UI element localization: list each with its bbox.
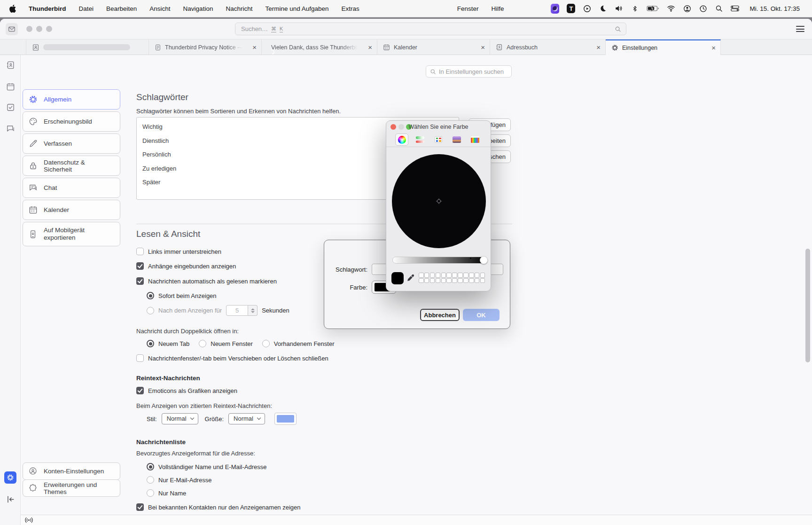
radio-row-existing-window[interactable]: Vorhandenem Fenster bbox=[262, 340, 335, 347]
menu-nachricht[interactable]: Nachricht bbox=[226, 5, 252, 12]
global-search-field[interactable]: Suchen… ⌘ K bbox=[235, 23, 626, 35]
close-icon[interactable]: × bbox=[364, 43, 372, 51]
broadcast-status-icon[interactable] bbox=[24, 516, 33, 525]
checkbox-row-close-window[interactable]: Nachrichtenfenster/-tab beim Verschieben… bbox=[136, 354, 328, 362]
menu-datei[interactable]: Datei bbox=[79, 5, 94, 12]
checkbox-row-attachments[interactable]: Anhänge eingebunden anzeigen bbox=[136, 262, 236, 270]
wifi-icon[interactable] bbox=[667, 4, 675, 13]
menu-bearbeiten[interactable]: Bearbeiten bbox=[106, 5, 137, 12]
current-color-well[interactable] bbox=[391, 272, 404, 284]
traffic-light-close[interactable] bbox=[26, 26, 32, 32]
traffic-light-zoom[interactable] bbox=[46, 26, 52, 32]
picker-swatch[interactable] bbox=[480, 278, 485, 283]
picker-swatch[interactable] bbox=[436, 278, 441, 283]
control-center-icon[interactable] bbox=[731, 4, 739, 13]
quote-color-swatch[interactable] bbox=[274, 413, 297, 425]
menu-extras[interactable]: Extras bbox=[342, 5, 359, 12]
chat-space-icon[interactable] bbox=[6, 124, 15, 133]
sliders-icon[interactable] bbox=[414, 133, 427, 146]
radio-row-name-only[interactable]: Nur Name bbox=[147, 489, 186, 497]
tab-vielen-dank[interactable]: Vielen Dank, dass Sie Thunderbird a × bbox=[262, 39, 377, 55]
apple-menu-icon[interactable] bbox=[9, 5, 16, 13]
bluetooth-icon[interactable] bbox=[631, 4, 639, 13]
picker-swatch[interactable] bbox=[441, 278, 446, 283]
checkbox-row-links[interactable]: Links immer unterstreichen bbox=[136, 248, 221, 255]
sidebar-item-kalender[interactable]: Kalender bbox=[23, 200, 120, 220]
tab-einstellungen[interactable]: Einstellungen × bbox=[606, 39, 721, 55]
tasks-space-icon[interactable] bbox=[6, 103, 15, 112]
picker-swatch[interactable] bbox=[424, 273, 429, 278]
picker-swatch[interactable] bbox=[458, 273, 463, 278]
radio-icon[interactable] bbox=[147, 307, 154, 314]
picker-swatch[interactable] bbox=[469, 278, 474, 283]
picker-swatch[interactable] bbox=[452, 273, 457, 278]
radio-row-fullname[interactable]: Vollständiger Name und E-Mail-Adresse bbox=[147, 463, 267, 470]
radio-row-after[interactable]: Nach dem Anzeigen für 5 Sekunden bbox=[147, 305, 289, 316]
checkbox-icon[interactable] bbox=[136, 248, 144, 255]
sidebar-item-erscheinungsbild[interactable]: Erscheinungsbild bbox=[23, 111, 120, 132]
picker-swatch[interactable] bbox=[430, 273, 435, 278]
color-wheel[interactable] bbox=[392, 154, 486, 248]
menu-fenster[interactable]: Fenster bbox=[457, 5, 479, 12]
picker-swatch[interactable] bbox=[446, 278, 452, 283]
picker-swatch[interactable] bbox=[419, 278, 424, 283]
address-book-space-icon[interactable] bbox=[6, 61, 15, 70]
picker-swatch[interactable] bbox=[458, 278, 463, 283]
close-icon[interactable]: × bbox=[249, 43, 257, 51]
app-menu-button[interactable] bbox=[796, 26, 804, 32]
ok-button[interactable]: OK bbox=[463, 309, 500, 321]
calendar-space-icon[interactable] bbox=[6, 82, 15, 91]
close-icon[interactable]: × bbox=[477, 43, 485, 51]
sidebar-item-datenschutz[interactable]: Datenschutz & Sicherheit bbox=[23, 156, 120, 176]
battery-charging-icon[interactable] bbox=[647, 4, 659, 13]
image-icon[interactable] bbox=[450, 133, 463, 146]
picker-swatch[interactable] bbox=[419, 273, 424, 278]
traffic-light-minimize[interactable] bbox=[36, 26, 42, 32]
sidebar-item-chat[interactable]: Chat bbox=[23, 178, 120, 198]
checkbox-row-mark-read[interactable]: Nachrichten automatisch als gelesen mark… bbox=[136, 277, 277, 285]
sidebar-item-mobilexport[interactable]: Auf Mobilgerät exportieren bbox=[23, 222, 120, 246]
tab-privacy-notice[interactable]: Thunderbird Privacy Notice — Mozil × bbox=[149, 39, 262, 55]
close-icon[interactable]: × bbox=[593, 43, 601, 51]
checkbox-icon[interactable] bbox=[136, 262, 144, 270]
tab-adressbuch[interactable]: Adressbuch × bbox=[490, 39, 606, 55]
picker-swatch[interactable] bbox=[430, 278, 435, 283]
collapse-spaces-icon[interactable] bbox=[6, 495, 15, 504]
picker-swatch[interactable] bbox=[463, 278, 468, 283]
cancel-button[interactable]: Abbrechen bbox=[420, 309, 460, 321]
sidebar-item-konten[interactable]: Konten-Einstellungen bbox=[23, 462, 120, 480]
picker-swatch[interactable] bbox=[480, 273, 485, 278]
sidebar-item-addons[interactable]: Erweiterungen und Themes bbox=[23, 479, 120, 497]
picker-swatch[interactable] bbox=[475, 278, 480, 283]
picker-swatch[interactable] bbox=[436, 273, 441, 278]
play-circle-icon[interactable] bbox=[583, 4, 591, 13]
radio-icon[interactable] bbox=[199, 340, 206, 347]
spotlight-search-icon[interactable] bbox=[715, 4, 723, 13]
radio-icon[interactable] bbox=[262, 340, 270, 347]
t-app-icon[interactable]: T bbox=[567, 4, 575, 13]
radio-icon[interactable] bbox=[147, 463, 154, 470]
scrollbar-thumb[interactable] bbox=[805, 249, 810, 362]
pencils-icon[interactable] bbox=[468, 133, 482, 146]
radio-icon[interactable] bbox=[147, 292, 154, 299]
menu-navigation[interactable]: Navigation bbox=[183, 5, 213, 12]
checkbox-icon[interactable] bbox=[136, 354, 144, 362]
checkbox-icon[interactable] bbox=[136, 503, 144, 511]
mail-space-button[interactable] bbox=[6, 23, 18, 35]
sync-clock-icon[interactable] bbox=[699, 4, 707, 13]
picker-swatch[interactable] bbox=[469, 273, 474, 278]
checkbox-row-emoticons[interactable]: Emoticons als Grafiken anzeigen bbox=[136, 387, 237, 394]
menu-ansicht[interactable]: Ansicht bbox=[149, 5, 170, 12]
stepper-arrows[interactable] bbox=[248, 305, 258, 316]
radio-icon[interactable] bbox=[147, 476, 154, 484]
sidebar-item-allgemein[interactable]: Allgemein bbox=[23, 89, 120, 110]
menu-clock[interactable]: Mi. 15. Okt. 17:35 bbox=[750, 5, 800, 12]
close-icon[interactable]: × bbox=[708, 44, 716, 52]
volume-icon[interactable] bbox=[615, 4, 623, 13]
brightness-slider-knob[interactable] bbox=[480, 256, 488, 264]
menu-termine[interactable]: Termine und Aufgaben bbox=[265, 5, 328, 12]
picker-swatch[interactable] bbox=[475, 273, 480, 278]
radio-icon[interactable] bbox=[147, 340, 154, 347]
moon-icon[interactable] bbox=[599, 4, 607, 13]
picker-swatch[interactable] bbox=[463, 273, 468, 278]
